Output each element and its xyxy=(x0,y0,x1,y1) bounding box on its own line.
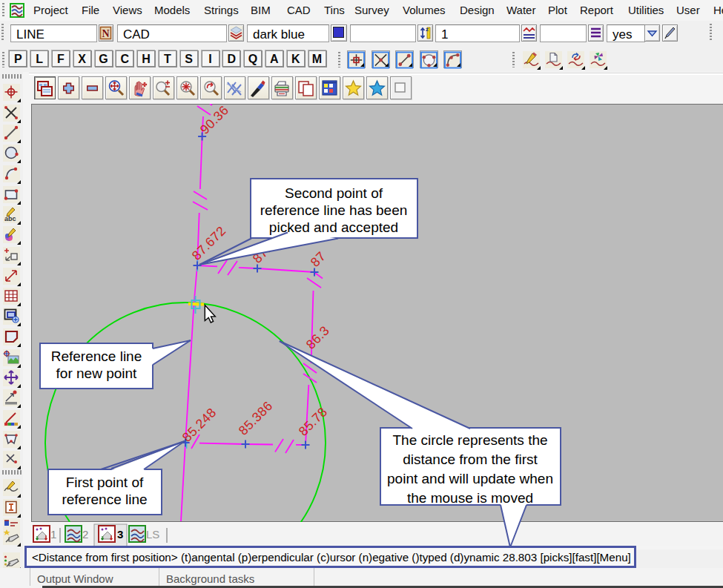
svg-text:2: 2 xyxy=(82,528,88,541)
svg-text:1: 1 xyxy=(50,528,56,541)
svg-text:abc: abc xyxy=(4,215,16,222)
svg-text:N: N xyxy=(102,28,109,39)
svg-text:LS: LS xyxy=(146,528,159,541)
svg-text:3: 3 xyxy=(117,528,123,541)
svg-text:z: z xyxy=(426,26,429,33)
